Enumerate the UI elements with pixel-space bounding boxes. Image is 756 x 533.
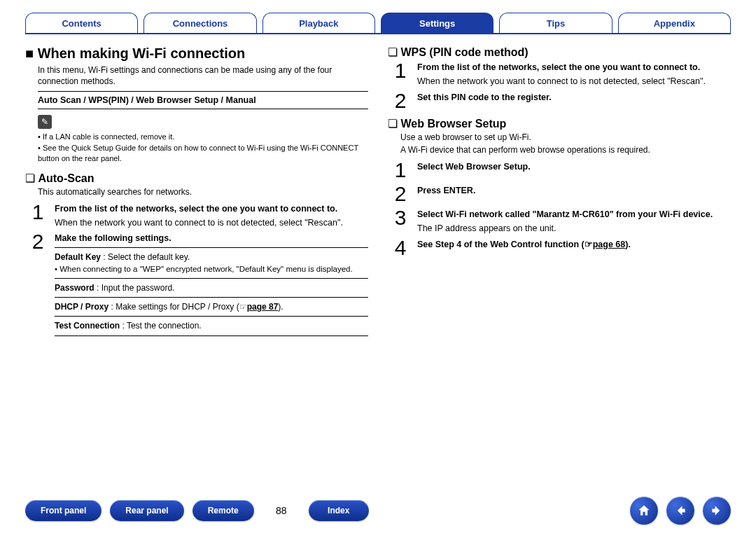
main-intro: In this menu, Wi-Fi settings and connect…: [38, 64, 368, 87]
home-button[interactable]: [630, 497, 658, 525]
step-title: Select Web Browser Setup.: [417, 161, 731, 173]
prev-button[interactable]: [666, 497, 694, 525]
tab-connections[interactable]: Connections: [144, 13, 256, 33]
wps-heading: WPS (PIN code method): [388, 46, 731, 59]
note-item: If a LAN cable is connected, remove it.: [38, 132, 368, 142]
index-button[interactable]: Index: [309, 500, 369, 521]
web-intro-1: Use a web browser to set up Wi-Fi.: [400, 132, 731, 143]
step: 1 Select Web Browser Setup.: [392, 160, 731, 181]
front-panel-button[interactable]: Front panel: [25, 500, 102, 521]
home-icon: [637, 504, 651, 518]
step-number: 2: [29, 231, 46, 335]
step-title: Press ENTER.: [417, 185, 731, 197]
step-number: 2: [392, 184, 409, 205]
web-intro-2: A Wi-Fi device that can perform web brow…: [400, 144, 731, 155]
step-number: 1: [392, 160, 409, 181]
step-number: 1: [29, 202, 46, 229]
step-number: 3: [392, 207, 409, 235]
step-body: The IP address appears on the unit.: [417, 223, 556, 233]
arrow-left-icon: [673, 504, 687, 518]
step-title: From the list of the networks, select th…: [55, 203, 368, 215]
setting-item: Default Key : Select the default key. • …: [55, 247, 368, 279]
pencil-icon: ✎: [38, 115, 52, 129]
note-item: See the Quick Setup Guide for details on…: [38, 143, 368, 165]
step: 2 Set this PIN code to the register.: [392, 90, 731, 111]
tab-tips[interactable]: Tips: [499, 13, 612, 33]
page-link[interactable]: page 68: [593, 240, 626, 249]
page-number: 88: [272, 505, 290, 516]
rear-panel-button[interactable]: Rear panel: [110, 500, 183, 521]
step-body: When the network you want to connect to …: [417, 76, 706, 86]
step-number: 4: [392, 237, 409, 258]
step: 1 From the list of the networks, select …: [392, 60, 731, 88]
top-nav: Contents Connections Playback Settings T…: [25, 13, 731, 34]
tab-playback[interactable]: Playback: [262, 13, 375, 33]
step-number: 1: [392, 60, 409, 88]
left-column: When making Wi-Fi connection In this men…: [25, 41, 368, 339]
tab-settings[interactable]: Settings: [381, 13, 493, 33]
setting-item: Password : Input the password.: [55, 279, 368, 298]
step: 2 Press ENTER.: [392, 184, 731, 205]
step-title: See Step 4 of the Web Control function (…: [417, 239, 731, 251]
hand-icon: ☞: [239, 301, 247, 312]
step-title: Set this PIN code to the register.: [417, 92, 731, 104]
next-button[interactable]: [703, 497, 731, 525]
bottom-bar: Front panel Rear panel Remote 88 Index: [0, 488, 756, 533]
tab-appendix[interactable]: Appendix: [618, 13, 731, 33]
step: 4 See Step 4 of the Web Control function…: [392, 237, 731, 258]
step-title: From the list of the networks, select th…: [417, 62, 731, 74]
page-link[interactable]: page 87: [247, 302, 279, 312]
settings-list: Default Key : Select the default key. • …: [55, 247, 368, 335]
step-title: Select Wi-Fi network called "Marantz M-C…: [417, 209, 731, 221]
setting-item: Test Connection : Test the connection.: [55, 317, 368, 335]
remote-button[interactable]: Remote: [192, 500, 254, 521]
hand-icon: ☞: [584, 239, 593, 251]
right-column: WPS (PIN code method) 1 From the list of…: [388, 41, 731, 339]
tab-contents[interactable]: Contents: [25, 13, 138, 33]
notes-list: If a LAN cable is connected, remove it. …: [38, 132, 368, 164]
step: 2 Make the following settings. Default K…: [29, 231, 368, 335]
step-number: 2: [392, 90, 409, 111]
methods-box: Auto Scan / WPS(PIN) / Web Browser Setup…: [38, 91, 368, 109]
step-body: When the network you want to connect to …: [55, 218, 343, 228]
step: 1 From the list of the networks, select …: [29, 202, 368, 229]
main-heading: When making Wi-Fi connection: [25, 46, 368, 62]
step-title: Make the following settings.: [55, 233, 368, 244]
autoscan-heading: Auto-Scan: [25, 172, 368, 185]
arrow-right-icon: [710, 504, 724, 518]
autoscan-intro: This automatically searches for networks…: [38, 186, 368, 198]
step: 3 Select Wi-Fi network called "Marantz M…: [392, 207, 731, 235]
web-heading: Web Browser Setup: [388, 117, 731, 130]
setting-item: DHCP / Proxy : Make settings for DHCP / …: [55, 298, 368, 317]
